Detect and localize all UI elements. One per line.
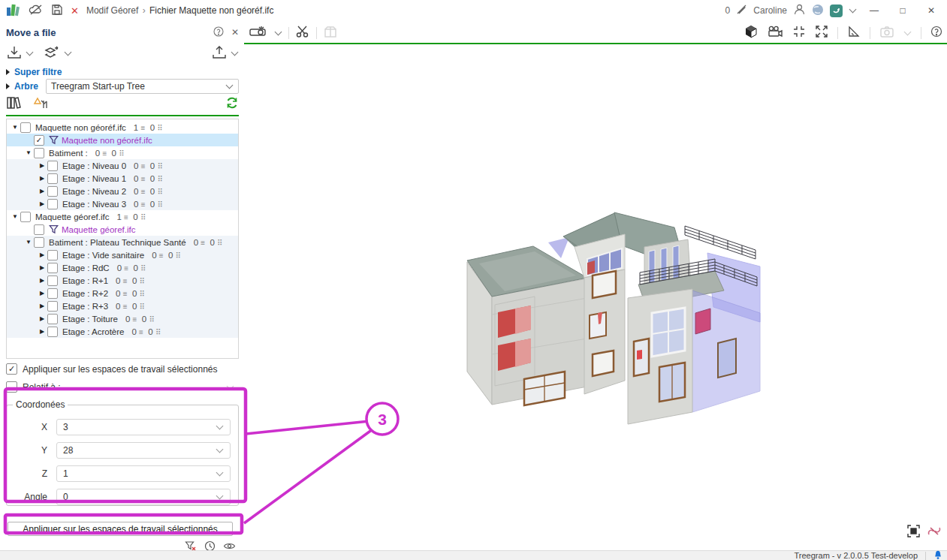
close-file-icon[interactable]: ✕	[71, 5, 79, 17]
cloud-off-icon[interactable]	[29, 4, 44, 18]
tree-row[interactable]: ▼Batiment :0 ≡ 0 ⠿	[7, 146, 238, 159]
notifications-bell-icon[interactable]	[933, 550, 942, 560]
tree-row[interactable]: ▶Etage : Niveau 10 ≡ 0 ⠿	[7, 172, 238, 185]
import-file-icon[interactable]	[6, 45, 23, 62]
checkbox-unchecked-icon	[6, 381, 17, 393]
tree-expander-icon[interactable]: ▶	[37, 303, 47, 309]
apply-workspaces-checkbox[interactable]: ✓ Appliquer sur les espaces de travail s…	[6, 361, 239, 377]
tree-checkbox[interactable]	[47, 301, 58, 312]
export-file-icon[interactable]	[211, 45, 228, 62]
tree-checkbox[interactable]	[20, 122, 31, 133]
cube-3d-icon[interactable]	[744, 25, 758, 41]
help-icon[interactable]	[930, 26, 942, 40]
tree-expander-icon[interactable]: ▶	[37, 264, 47, 271]
tree-expander-icon[interactable]: ▶	[37, 277, 47, 284]
tree-label: Etage : R+1	[62, 276, 108, 285]
tree-select[interactable]: Treegram Start-up Tree	[46, 79, 239, 94]
library-icon[interactable]	[6, 95, 23, 113]
save-icon[interactable]	[51, 4, 63, 18]
tree-expander-icon[interactable]: ▶	[37, 290, 47, 297]
window-minimize-button[interactable]: —	[863, 2, 885, 20]
tree-checkbox[interactable]	[47, 161, 58, 171]
refresh-icon[interactable]	[225, 96, 239, 112]
statusbar-divider	[925, 552, 926, 560]
tree-checkbox[interactable]	[34, 148, 44, 158]
tree-row[interactable]: Maquette géoref.ifc	[7, 223, 238, 236]
tree-indent	[7, 306, 37, 306]
model-canvas[interactable]	[244, 44, 947, 549]
tree-row[interactable]: ▼Maquette non géoréf.ifc1 ≡ 0 ⠿	[7, 121, 238, 134]
tree-select-value: Treegram Start-up Tree	[51, 81, 145, 92]
tree-checkbox[interactable]	[47, 327, 58, 337]
move-layers-icon[interactable]	[43, 45, 61, 62]
arbre-link[interactable]: Arbre	[14, 81, 38, 92]
tree-row[interactable]: ▶Etage : R+30 ≡ 0 ⠿	[7, 300, 238, 312]
tree-checkbox[interactable]	[34, 237, 44, 248]
tree-row[interactable]: ▶Etage : Vide sanitaire0 ≡ 0 ⠿	[7, 248, 238, 261]
tree-row[interactable]: ▶Etage : Niveau 30 ≡ 0 ⠿	[7, 197, 238, 210]
export-chevron-icon[interactable]	[231, 49, 239, 56]
coord-input-z[interactable]: 1	[56, 465, 231, 482]
apply-button[interactable]: Appliquer sur les espaces de travail sél…	[8, 522, 233, 536]
arbre-expander-icon[interactable]	[6, 83, 10, 89]
super-filtre-link[interactable]: Super filtre	[14, 67, 62, 77]
tree-expander-icon[interactable]: ▼	[10, 213, 20, 220]
window-maximize-button[interactable]: □	[891, 2, 914, 20]
tree-expander-icon[interactable]: ▶	[37, 188, 47, 194]
tree-checkbox[interactable]	[47, 263, 58, 273]
super-filtre-expander-icon[interactable]	[6, 69, 10, 75]
tree-checkbox[interactable]	[47, 250, 58, 260]
user-menu-chevron-icon[interactable]	[849, 6, 857, 14]
tree-expander-icon[interactable]: ▶	[37, 200, 47, 207]
tree-counts: 0 ≡ 0 ⠿	[117, 263, 146, 272]
tree-expander-icon[interactable]: ▼	[23, 149, 34, 156]
relative-to-checkbox[interactable]: Relatif à :	[6, 379, 239, 395]
set-square-icon[interactable]	[847, 25, 861, 41]
tree-row[interactable]: ▼Batiment : Plateau Technique Santé0 ≡ 0…	[7, 236, 238, 248]
tree-row[interactable]: ✓Maquette non géoréf.ifc	[7, 134, 238, 146]
tree-row[interactable]: ▶Etage : RdC0 ≡ 0 ⠿	[7, 261, 238, 274]
tree-row[interactable]: ▶Etage : R+20 ≡ 0 ⠿	[7, 287, 238, 300]
video-camera-icon[interactable]	[767, 26, 783, 40]
tree-checkbox[interactable]	[47, 314, 58, 324]
tree-checkbox[interactable]	[47, 288, 58, 299]
pen-icon[interactable]	[736, 4, 747, 17]
zoom-to-fit-icon[interactable]	[792, 25, 806, 41]
tree-expander-icon[interactable]: ▶	[37, 251, 47, 258]
tree-row[interactable]: ▼Maquette géoref.ifc1 ≡ 0 ⠿	[7, 210, 238, 223]
tree-checkbox[interactable]	[47, 173, 58, 184]
tree-checkbox[interactable]	[47, 275, 58, 286]
scissors-icon[interactable]	[295, 25, 310, 41]
coord-input-y[interactable]: 28	[56, 442, 231, 459]
tree-checkbox[interactable]	[20, 212, 31, 222]
tree-row[interactable]: ▶Etage : Toiture0 ≡ 0 ⠿	[7, 312, 238, 325]
fit-selection-icon[interactable]	[907, 525, 920, 540]
tree-row[interactable]: ▶Etage : Niveau 00 ≡ 0 ⠿	[7, 159, 238, 172]
window-close-button[interactable]: ✕	[920, 2, 942, 20]
tree-indent	[7, 165, 37, 166]
expand-icon[interactable]	[815, 25, 828, 41]
projector-chevron-icon[interactable]	[275, 28, 282, 35]
coord-input-angle[interactable]: 0	[56, 489, 231, 505]
tree-row[interactable]: ▶Etage : R+10 ≡ 0 ⠿	[7, 274, 238, 287]
tree-checkbox[interactable]	[34, 224, 44, 235]
tree-expander-icon[interactable]: ▶	[37, 315, 47, 322]
tree-row[interactable]: ▶Etage : Acrotère0 ≡ 0 ⠿	[7, 325, 238, 338]
unlink-icon[interactable]	[927, 525, 941, 539]
tree-checkbox[interactable]	[47, 199, 58, 209]
tree-expander-icon[interactable]: ▶	[37, 175, 47, 182]
tree-checkbox[interactable]: ✓	[34, 135, 44, 146]
warning-tree-filter-icon[interactable]	[33, 95, 53, 113]
import-chevron-icon[interactable]	[26, 49, 34, 56]
help-icon[interactable]	[213, 26, 224, 39]
tree-row[interactable]: ▶Etage : Niveau 20 ≡ 0 ⠿	[7, 185, 238, 197]
panel-close-icon[interactable]: ✕	[231, 27, 239, 38]
tree-expander-icon[interactable]: ▶	[37, 328, 47, 335]
coord-input-x[interactable]: 3	[56, 419, 231, 435]
tree-expander-icon[interactable]: ▶	[37, 162, 47, 169]
tree-expander-icon[interactable]: ▼	[23, 239, 34, 245]
projector-icon[interactable]	[249, 25, 268, 41]
tree-expander-icon[interactable]: ▼	[10, 124, 20, 131]
tree-checkbox[interactable]	[47, 186, 58, 197]
move-layers-chevron-icon[interactable]	[65, 49, 72, 56]
